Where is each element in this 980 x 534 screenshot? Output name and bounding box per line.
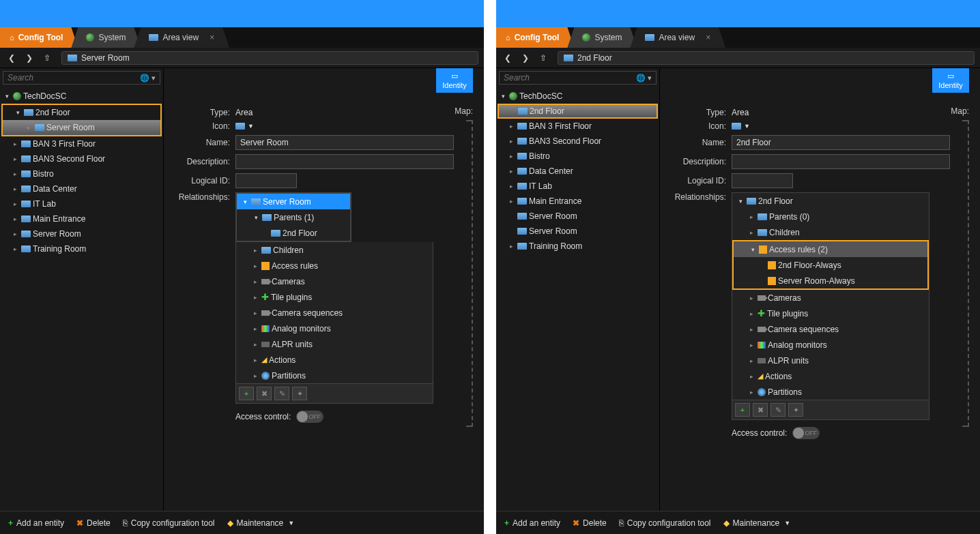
tab-area-view[interactable]: Area view× bbox=[630, 27, 725, 48]
tree-item[interactable]: ▸Main Entrance bbox=[0, 211, 163, 226]
breadcrumb[interactable]: 2nd Floor bbox=[558, 51, 975, 65]
tab-config[interactable]: ⌂Config Tool bbox=[496, 27, 574, 48]
search-input[interactable] bbox=[8, 73, 137, 83]
tools-button[interactable]: ✦ bbox=[788, 403, 803, 417]
dropdown-icon[interactable]: ▼ bbox=[744, 123, 750, 130]
access-toggle[interactable]: OFF bbox=[792, 427, 820, 439]
tree-item[interactable]: ▸IT Lab bbox=[0, 196, 163, 211]
rel-cameras[interactable]: ▸Cameras bbox=[732, 290, 929, 306]
name-input[interactable] bbox=[732, 135, 950, 150]
rel-plugins[interactable]: ▸✚Tile plugins bbox=[236, 289, 433, 305]
icon-picker[interactable] bbox=[732, 123, 741, 130]
tree-item[interactable]: Server Room bbox=[496, 224, 659, 239]
rel-plugins[interactable]: ▸✚Tile plugins bbox=[732, 306, 929, 321]
copy-config-button[interactable]: ⎘Copy configuration tool bbox=[619, 518, 711, 528]
rel-parent-item[interactable]: 2nd Floor bbox=[237, 225, 350, 241]
close-icon[interactable]: × bbox=[210, 33, 214, 42]
rel-root[interactable]: ▾2nd Floor bbox=[732, 193, 929, 209]
search-input[interactable] bbox=[504, 73, 633, 83]
add-button[interactable]: + bbox=[239, 387, 254, 400]
rel-actions[interactable]: ▸◢Actions bbox=[236, 352, 433, 368]
tab-config[interactable]: ⌂Config Tool bbox=[0, 27, 78, 48]
tree-root[interactable]: ▾TechDocSC bbox=[0, 89, 163, 104]
icon-picker[interactable] bbox=[235, 123, 245, 130]
identity-tab[interactable]: ▭Identity bbox=[932, 68, 969, 93]
breadcrumb[interactable]: Server Room bbox=[61, 51, 478, 65]
rel-parents[interactable]: ▾Parents (1) bbox=[237, 209, 350, 225]
tree-root[interactable]: ▾TechDocSC bbox=[496, 89, 659, 104]
rel-access-rules[interactable]: ▸Access rules bbox=[236, 258, 433, 273]
tree-item[interactable]: Server Room bbox=[496, 209, 659, 224]
rel-cameras[interactable]: ▸Cameras bbox=[236, 273, 433, 289]
delete-button[interactable]: ✖Delete bbox=[76, 518, 111, 528]
tools-button[interactable]: ✦ bbox=[292, 387, 307, 400]
desc-input[interactable] bbox=[235, 154, 454, 169]
tree-item[interactable]: ▸Bistro bbox=[496, 149, 659, 164]
tab-system[interactable]: System bbox=[567, 27, 637, 48]
maintenance-button[interactable]: ◆Maintenance▼ bbox=[227, 518, 295, 528]
tree-item[interactable]: ▸IT Lab bbox=[496, 179, 659, 194]
globe-icon[interactable]: 🌐 bbox=[140, 74, 149, 83]
area-icon bbox=[21, 246, 31, 252]
nav-back[interactable]: ❮ bbox=[502, 52, 514, 64]
rel-rule-item[interactable]: Server Room-Always bbox=[734, 273, 927, 288]
rel-camseq[interactable]: ▸Camera sequences bbox=[732, 321, 929, 337]
tree-item[interactable]: ▸Server Room bbox=[0, 226, 163, 241]
rel-parents[interactable]: ▸Parents (0) bbox=[732, 209, 929, 224]
maintenance-button[interactable]: ◆Maintenance▼ bbox=[723, 518, 791, 528]
tree-item[interactable]: ▸Training Room bbox=[0, 241, 163, 256]
delete-button[interactable]: ✖Delete bbox=[573, 518, 607, 528]
tree-item[interactable]: ▸BAN 3 First Floor bbox=[496, 119, 659, 134]
rel-actions[interactable]: ▸◢Actions bbox=[732, 368, 929, 384]
tree-item[interactable]: ▸Training Room bbox=[496, 239, 659, 254]
tree-2nd-floor[interactable]: ▾2nd Floor bbox=[3, 105, 160, 120]
rel-partitions[interactable]: ▸Partitions bbox=[732, 384, 929, 400]
rel-rule-item[interactable]: 2nd Floor-Always bbox=[734, 257, 927, 273]
edit-button[interactable]: ✎ bbox=[770, 403, 786, 417]
tree-item[interactable]: ▸Data Center bbox=[0, 181, 163, 196]
filter-icon[interactable]: ▾ bbox=[648, 74, 652, 83]
dropdown-icon[interactable]: ▼ bbox=[248, 123, 254, 130]
rel-analog[interactable]: ▸Analog monitors bbox=[732, 337, 929, 353]
tree-item[interactable]: ▸BAN 3 First Floor bbox=[0, 136, 163, 151]
tab-system[interactable]: System bbox=[71, 27, 141, 48]
rel-access-rules[interactable]: ▾Access rules (2) bbox=[734, 241, 927, 257]
close-icon[interactable]: × bbox=[706, 33, 710, 42]
nav-up[interactable]: ⇧ bbox=[41, 52, 53, 64]
logid-input[interactable] bbox=[235, 173, 297, 188]
remove-button[interactable]: ✖ bbox=[753, 403, 768, 417]
tree-item[interactable]: ▸BAN3 Second Floor bbox=[496, 134, 659, 149]
tree-2nd-floor[interactable]: 2nd Floor bbox=[498, 104, 658, 119]
rel-analog[interactable]: ▸Analog monitors bbox=[236, 321, 433, 336]
tree-item[interactable]: ▸Data Center bbox=[496, 164, 659, 179]
add-button[interactable]: + bbox=[735, 403, 750, 417]
logid-input[interactable] bbox=[732, 173, 793, 188]
add-entity-button[interactable]: +Add an entity bbox=[8, 518, 64, 528]
identity-tab[interactable]: ▭Identity bbox=[436, 68, 473, 93]
globe-icon[interactable]: 🌐 bbox=[636, 74, 646, 83]
tree-item[interactable]: ▸BAN3 Second Floor bbox=[0, 151, 163, 166]
rel-children[interactable]: ▸Children bbox=[732, 224, 929, 240]
tree-item[interactable]: ▸Main Entrance bbox=[496, 194, 659, 209]
rel-children[interactable]: ▸Children bbox=[236, 242, 433, 258]
nav-fwd[interactable]: ❯ bbox=[519, 52, 532, 64]
tab-area-view[interactable]: Area view× bbox=[134, 27, 229, 48]
access-toggle[interactable]: OFF bbox=[296, 411, 323, 423]
rel-alpr[interactable]: ▸ALPR units bbox=[732, 353, 929, 368]
rel-root[interactable]: ▾Server Room bbox=[237, 194, 350, 209]
rel-partitions[interactable]: ▸Partitions bbox=[236, 368, 433, 383]
desc-input[interactable] bbox=[732, 154, 950, 169]
add-entity-button[interactable]: +Add an entity bbox=[504, 518, 560, 528]
nav-fwd[interactable]: ❯ bbox=[23, 52, 35, 64]
rel-camseq[interactable]: ▸Camera sequences bbox=[236, 305, 433, 321]
tree-item[interactable]: ▸Bistro bbox=[0, 166, 163, 181]
nav-up[interactable]: ⇧ bbox=[537, 52, 549, 64]
rel-alpr[interactable]: ▸ALPR units bbox=[236, 336, 433, 352]
edit-button[interactable]: ✎ bbox=[274, 387, 289, 400]
remove-button[interactable]: ✖ bbox=[257, 387, 272, 400]
copy-config-button[interactable]: ⎘Copy configuration tool bbox=[123, 518, 215, 528]
name-input[interactable] bbox=[235, 135, 454, 150]
filter-icon[interactable]: ▾ bbox=[152, 74, 156, 83]
tree-server-room[interactable]: ▸Server Room bbox=[3, 120, 160, 135]
nav-back[interactable]: ❮ bbox=[5, 52, 18, 64]
